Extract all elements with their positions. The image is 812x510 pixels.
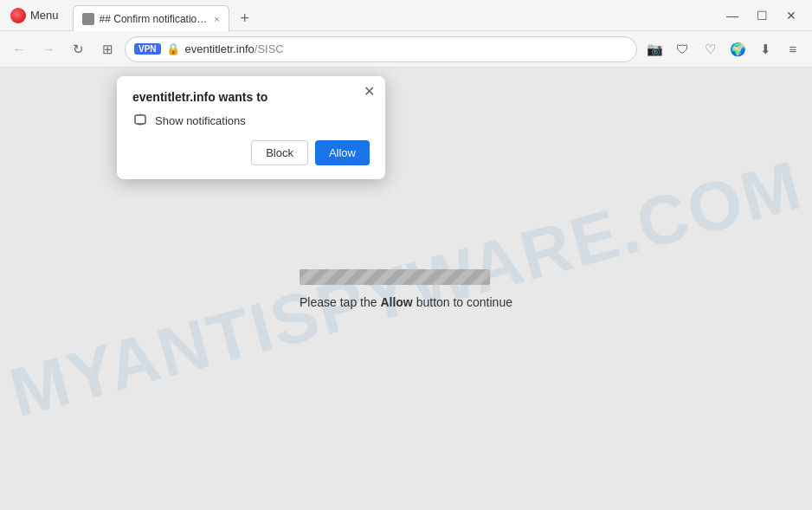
dialog-actions: Block Allow [132,140,370,165]
tab-title: ## Confirm notificatio… [100,13,208,25]
progress-text: Please tap the Allow button to continue [300,295,512,309]
dialog-title: eventitletr.info wants to [132,90,370,104]
opera-logo [10,8,26,23]
close-button[interactable]: ✕ [777,2,805,29]
heart-icon[interactable]: ♡ [698,37,722,61]
lock-icon: 🔒 [166,42,180,55]
tabs-area: ## Confirm notificatio… × + [69,0,719,30]
back-button[interactable]: ← [7,37,31,61]
active-tab[interactable]: ## Confirm notificatio… × [73,5,229,31]
block-button[interactable]: Block [251,140,308,165]
page-content: MYANTISPYWARE.COM Please tap the Allow b… [0,68,812,510]
minimize-button[interactable]: — [719,2,746,29]
tab-favicon [82,13,94,25]
download-icon[interactable]: ⬇ [753,37,777,61]
progress-bold: Allow [380,295,412,309]
permission-row: Show notifications [132,113,370,128]
permission-dialog: ✕ eventitletr.info wants to Show notific… [117,76,385,179]
url-bar[interactable]: VPN 🔒 eventitletr.info/SISC [125,36,637,62]
account-icon[interactable]: 🌍 [725,37,750,61]
notification-icon [132,113,148,128]
vpn-badge: VPN [134,43,161,55]
window-controls: — ☐ ✕ [719,2,812,29]
allow-button[interactable]: Allow [315,140,370,165]
url-path: /SISC [255,42,284,55]
menu-icon[interactable]: ≡ [781,37,805,61]
progress-bar [300,269,490,285]
url-text: eventitletr.info/SISC [185,42,628,55]
progress-prefix: Please tap the [300,295,380,309]
tab-grid-button[interactable]: ⊞ [95,37,119,61]
tab-close-button[interactable]: × [214,14,219,24]
reload-button[interactable]: ↻ [66,37,90,61]
dialog-close-button[interactable]: ✕ [364,85,375,99]
title-bar: Menu ## Confirm notificatio… × + — ☐ ✕ [0,0,812,31]
shield-icon[interactable]: 🛡 [670,37,694,61]
url-domain: eventitletr.info [185,42,255,55]
toolbar-icons: 📷 🛡 ♡ 🌍 ⬇ ≡ [642,37,805,61]
menu-button[interactable]: Menu [0,0,69,30]
address-bar: ← → ↻ ⊞ VPN 🔒 eventitletr.info/SISC 📷 🛡 … [0,31,812,68]
progress-area: Please tap the Allow button to continue [300,269,512,309]
camera-icon[interactable]: 📷 [642,37,667,61]
forward-button[interactable]: → [36,37,61,61]
progress-suffix: button to continue [413,295,512,309]
permission-label: Show notifications [155,114,246,127]
menu-label: Menu [30,9,59,22]
svg-rect-0 [135,115,145,124]
new-tab-button[interactable]: + [233,6,257,30]
maximize-button[interactable]: ☐ [748,2,776,29]
